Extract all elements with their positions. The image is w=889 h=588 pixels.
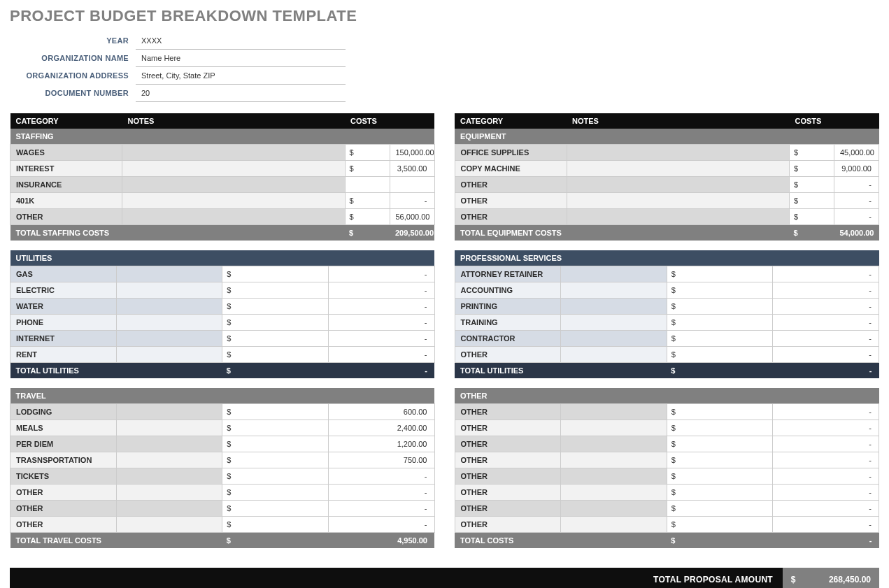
row-amount[interactable]: - [328, 517, 434, 533]
row-notes[interactable] [116, 485, 222, 501]
row-name[interactable]: ATTORNEY RETAINER [455, 266, 561, 282]
row-amount[interactable]: - [773, 266, 879, 282]
row-amount[interactable] [390, 177, 434, 193]
row-amount[interactable]: - [773, 420, 879, 436]
row-notes[interactable] [567, 145, 790, 161]
row-notes[interactable] [116, 501, 222, 517]
row-amount[interactable]: - [773, 347, 879, 363]
row-notes[interactable] [116, 266, 222, 282]
row-notes[interactable] [561, 282, 667, 299]
row-name[interactable]: OTHER [455, 404, 561, 420]
row-name[interactable]: INTERNET [10, 331, 117, 347]
row-name[interactable]: PER DIEM [10, 436, 117, 452]
row-notes[interactable] [116, 468, 222, 485]
meta-doc-num-value[interactable]: 20 [136, 85, 346, 102]
row-notes[interactable] [122, 161, 346, 177]
row-notes[interactable] [561, 468, 667, 485]
row-name[interactable]: OTHER [455, 177, 567, 193]
row-amount[interactable]: - [773, 485, 879, 501]
row-notes[interactable] [561, 452, 667, 468]
row-name[interactable]: ACCOUNTING [455, 282, 561, 299]
row-notes[interactable] [561, 347, 667, 363]
row-notes[interactable] [561, 331, 667, 347]
row-notes[interactable] [116, 452, 222, 468]
row-amount[interactable]: - [328, 468, 434, 485]
row-notes[interactable] [116, 299, 222, 315]
row-name[interactable]: OFFICE SUPPLIES [455, 145, 567, 161]
row-amount[interactable]: - [834, 177, 879, 193]
row-amount[interactable]: 56,000.00 [390, 209, 434, 225]
row-amount[interactable]: - [773, 404, 879, 420]
row-amount[interactable]: - [773, 331, 879, 347]
row-name[interactable]: OTHER [455, 193, 567, 209]
row-name[interactable]: OTHER [455, 468, 561, 485]
row-name[interactable]: OTHER [10, 501, 117, 517]
row-name[interactable]: OTHER [455, 485, 561, 501]
row-amount[interactable]: 3,500.00 [390, 161, 434, 177]
row-name[interactable]: COPY MACHINE [455, 161, 567, 177]
row-amount[interactable]: - [328, 299, 434, 315]
row-name[interactable]: PHONE [10, 315, 117, 331]
row-notes[interactable] [567, 177, 790, 193]
row-name[interactable]: WAGES [10, 145, 122, 161]
row-amount[interactable]: - [328, 501, 434, 517]
row-name[interactable]: CONTRACTOR [455, 331, 561, 347]
row-amount[interactable]: - [328, 331, 434, 347]
row-notes[interactable] [567, 209, 790, 225]
row-name[interactable]: TRAINING [455, 315, 561, 331]
row-notes[interactable] [116, 331, 222, 347]
row-notes[interactable] [561, 404, 667, 420]
row-amount[interactable]: - [773, 501, 879, 517]
row-name[interactable]: MEALS [10, 420, 117, 436]
row-name[interactable]: OTHER [10, 209, 122, 225]
row-amount[interactable]: - [834, 193, 879, 209]
row-notes[interactable] [122, 177, 346, 193]
row-notes[interactable] [561, 299, 667, 315]
row-amount[interactable]: - [773, 452, 879, 468]
row-name[interactable]: 401K [10, 193, 122, 209]
row-name[interactable]: OTHER [455, 347, 561, 363]
row-notes[interactable] [561, 420, 667, 436]
row-amount[interactable]: - [773, 517, 879, 533]
row-notes[interactable] [116, 315, 222, 331]
row-notes[interactable] [561, 485, 667, 501]
row-notes[interactable] [561, 436, 667, 452]
row-notes[interactable] [116, 347, 222, 363]
row-notes[interactable] [561, 266, 667, 282]
row-notes[interactable] [561, 501, 667, 517]
row-name[interactable]: OTHER [455, 209, 567, 225]
meta-org-addr-value[interactable]: Street, City, State ZIP [136, 67, 346, 85]
row-amount[interactable]: 9,000.00 [834, 161, 879, 177]
row-name[interactable]: OTHER [10, 485, 117, 501]
row-notes[interactable] [116, 436, 222, 452]
row-name[interactable]: ELECTRIC [10, 282, 117, 299]
row-amount[interactable]: - [773, 315, 879, 331]
row-amount[interactable]: 150,000.00 [390, 145, 434, 161]
row-name[interactable]: INSURANCE [10, 177, 122, 193]
row-name[interactable]: OTHER [455, 517, 561, 533]
row-notes[interactable] [116, 420, 222, 436]
row-amount[interactable]: - [773, 299, 879, 315]
meta-org-name-value[interactable]: Name Here [136, 50, 346, 67]
row-name[interactable]: WATER [10, 299, 117, 315]
row-name[interactable]: TICKETS [10, 468, 117, 485]
row-amount[interactable]: 750.00 [328, 452, 434, 468]
row-notes[interactable] [122, 193, 346, 209]
row-name[interactable]: INTEREST [10, 161, 122, 177]
row-name[interactable]: OTHER [455, 436, 561, 452]
row-amount[interactable]: - [328, 315, 434, 331]
row-name[interactable]: LODGING [10, 404, 117, 420]
row-name[interactable]: GAS [10, 266, 117, 282]
row-amount[interactable]: - [328, 266, 434, 282]
row-amount[interactable]: - [390, 193, 434, 209]
row-name[interactable]: OTHER [10, 517, 117, 533]
meta-year-value[interactable]: XXXX [136, 32, 346, 50]
row-amount[interactable]: 2,400.00 [328, 420, 434, 436]
row-notes[interactable] [122, 145, 346, 161]
row-notes[interactable] [116, 517, 222, 533]
row-notes[interactable] [567, 161, 790, 177]
row-amount[interactable]: 45,000.00 [834, 145, 879, 161]
row-amount[interactable]: - [834, 209, 879, 225]
row-name[interactable]: RENT [10, 347, 117, 363]
row-notes[interactable] [561, 517, 667, 533]
